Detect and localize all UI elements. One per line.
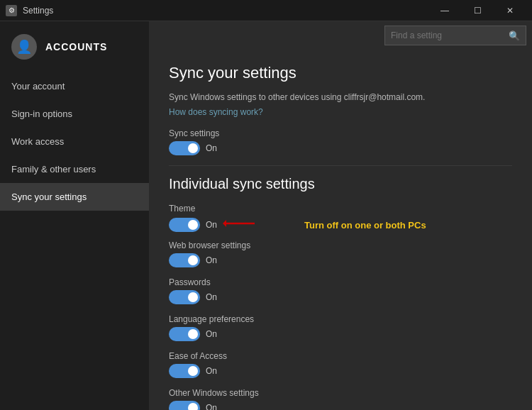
sidebar-item-your-account[interactable]: Your account [0,72,149,100]
sync-settings-row: Sync settings On [169,128,512,155]
ease-state: On [206,366,217,376]
sync-settings-toggle[interactable] [169,141,200,155]
individual-setting-browser: Web browser settings On [169,240,512,267]
titlebar-controls: — ☐ ✕ [428,0,526,21]
language-label: Language preferences [169,314,512,324]
toggle-knob [188,143,198,153]
sync-link[interactable]: How does syncing work? [169,107,263,117]
ease-label: Ease of Access [169,351,512,361]
browser-toggle-row: On [169,253,512,267]
theme-state: On [206,220,217,230]
red-arrow-icon [223,216,262,233]
search-icon: 🔍 [509,31,520,41]
language-state: On [206,329,217,339]
search-wrap[interactable]: 🔍 [384,26,526,45]
svg-marker-1 [223,220,226,227]
settings-icon: ⚙ [6,5,17,16]
other-state: On [206,403,217,410]
sidebar-item-sync[interactable]: Sync your settings [0,183,149,211]
sidebar-item-family[interactable]: Family & other users [0,155,149,183]
language-toggle[interactable] [169,327,200,341]
content-panel: 🔍 Sync your settings Sync Windows settin… [149,21,532,410]
content-body: Sync your settings Sync Windows settings… [149,50,532,410]
sync-settings-state: On [206,143,217,153]
maximize-button[interactable]: ☐ [461,0,494,21]
language-toggle-row: On [169,327,512,341]
ease-toggle[interactable] [169,364,200,378]
sync-description: Sync Windows settings to other devices u… [169,92,512,102]
sidebar-header-title: ACCOUNTS [45,41,107,52]
ease-toggle-row: On [169,364,512,378]
other-toggle-row: On [169,401,512,410]
passwords-toggle-row: On [169,290,512,304]
browser-toggle[interactable] [169,253,200,267]
other-toggle[interactable] [169,401,200,410]
theme-toggle-row: On [169,218,217,232]
sidebar-header-icon: 👤 [11,34,37,60]
sidebar-item-work-access[interactable]: Work access [0,128,149,155]
theme-toggle[interactable] [169,218,200,232]
sync-settings-toggle-row: On [169,141,512,155]
search-bar: 🔍 [149,21,532,50]
passwords-toggle[interactable] [169,290,200,304]
passwords-label: Passwords [169,277,512,287]
annotation-text: Turn off on one or both PCs [304,220,426,231]
titlebar-left: ⚙ Settings [6,5,53,16]
individual-setting-theme: Theme On Turn off [169,204,512,233]
individual-setting-passwords: Passwords On [169,277,512,304]
toggle-knob [188,403,198,410]
toggle-knob [188,220,198,230]
divider [169,165,512,166]
sidebar-nav: Your account Sign-in options Work access… [0,72,149,211]
other-label: Other Windows settings [169,388,512,398]
theme-label: Theme [169,204,512,214]
toggle-knob [188,292,198,302]
close-button[interactable]: ✕ [494,0,526,21]
main-layout: 👤 ACCOUNTS Your account Sign-in options … [0,21,532,410]
sidebar-item-sign-in[interactable]: Sign-in options [0,100,149,128]
sync-settings-label: Sync settings [169,128,512,138]
browser-label: Web browser settings [169,240,512,250]
annotation-wrap: On Turn off on one or both PCs [169,216,512,233]
passwords-state: On [206,292,217,302]
search-input[interactable] [391,31,509,40]
titlebar-title: Settings [23,6,53,16]
page-title: Sync your settings [169,64,512,82]
titlebar: ⚙ Settings — ☐ ✕ [0,0,532,21]
minimize-button[interactable]: — [428,0,461,21]
toggle-knob [188,329,198,339]
sidebar: 👤 ACCOUNTS Your account Sign-in options … [0,21,149,410]
individual-setting-language: Language preferences On [169,314,512,341]
individual-setting-ease: Ease of Access On [169,351,512,378]
individual-title: Individual sync settings [169,176,512,192]
sidebar-header: 👤 ACCOUNTS [0,21,149,72]
toggle-knob [188,255,198,265]
toggle-knob [188,366,198,376]
individual-setting-other: Other Windows settings On [169,388,512,410]
browser-state: On [206,255,217,265]
